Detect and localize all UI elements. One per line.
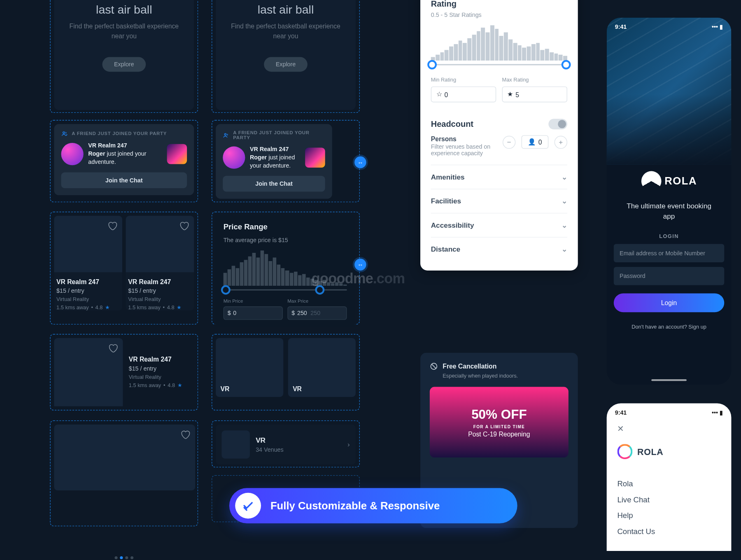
hero-card: last air ball Find the perfect basketbal… — [54, 0, 194, 110]
hero-card-frame: last air ball Find the perfect basketbal… — [212, 0, 360, 113]
accessibility-expander[interactable]: Accessibility⌄ — [431, 213, 567, 237]
email-field[interactable]: Email address or Mobile Number — [614, 244, 724, 262]
chevron-down-icon: ⌄ — [562, 245, 567, 253]
feature-pill: Fully Customizable & Responsive — [229, 488, 517, 523]
free-cancellation-row: Free Cancellation — [430, 362, 569, 371]
heart-icon[interactable] — [180, 429, 191, 440]
home-indicator — [651, 379, 687, 381]
place-footer: 1.5 kms away•4.8★ — [56, 305, 120, 310]
place-grid-frame: VR Realm 247 $15 / entry Virtual Reality… — [50, 212, 198, 324]
join-chat-button[interactable]: Join the Chat — [223, 176, 325, 192]
filter-panel: Rating 0.5 - 5 Star Ratings Min Rating ☆… — [420, 0, 578, 271]
place-title: VR Realm 247 — [129, 356, 194, 363]
slider-handle-min[interactable] — [427, 60, 437, 70]
place-category: Virtual Reality — [129, 374, 194, 380]
hero-card: last air ball Find the perfect basketbal… — [216, 0, 356, 110]
place-footer: 1.5 kms away•4.8★ — [128, 305, 191, 310]
notification-card: A FRIEND JUST JOINED YOUR PARTY VR Realm… — [54, 124, 194, 195]
star-icon: ☆ — [436, 91, 442, 98]
explore-button[interactable]: Explore — [264, 57, 308, 72]
distance-expander[interactable]: Distance⌄ — [431, 237, 567, 261]
hero-subtitle: Find the perfect basketball experience n… — [224, 21, 347, 40]
promo-sub2: Post C-19 Reopening — [468, 430, 530, 437]
min-price-input[interactable]: Min Price $0 — [224, 299, 283, 320]
chevron-down-icon: ⌄ — [562, 173, 567, 181]
place-wide-frame: VR Realm 247 $15 / entry Virtual Reality… — [50, 334, 198, 411]
notification-thumbnail — [305, 147, 325, 168]
persons-sub: Filter venues based on experience capaci… — [431, 143, 498, 156]
headcount-toggle[interactable] — [548, 119, 567, 129]
close-button[interactable]: ✕ — [607, 422, 732, 436]
notification-frame: A FRIEND JUST JOINED YOUR PARTY VR Realm… — [212, 120, 360, 202]
svg-point-1 — [224, 133, 226, 135]
notification-text: VR Realm 247 Roger just joined your adve… — [250, 145, 301, 170]
price-slider[interactable] — [224, 289, 347, 291]
list-thumbnail — [221, 430, 250, 459]
status-time: 9:41 — [615, 409, 627, 416]
menu-item[interactable]: Live Chat — [617, 492, 720, 508]
check-icon — [235, 493, 261, 519]
vr-tile[interactable]: VR — [216, 338, 283, 397]
max-price-input[interactable]: Max Price $250250 — [287, 299, 347, 320]
status-icons: ••• ▮ — [712, 409, 723, 416]
menu-item[interactable]: Rola — [617, 476, 720, 492]
amenities-expander[interactable]: Amenities⌄ — [431, 165, 567, 189]
watermark: gooodme.com — [312, 271, 405, 287]
status-icons: ••• ▮ — [712, 23, 723, 30]
password-field[interactable]: Password — [614, 267, 724, 285]
join-chat-button[interactable]: Join the Chat — [61, 172, 187, 188]
list-item[interactable]: VR 34 Venues › — [216, 425, 356, 464]
explore-button[interactable]: Explore — [103, 57, 146, 72]
chevron-right-icon: › — [347, 441, 350, 449]
max-rating-input[interactable]: Max Rating ★5 — [502, 74, 568, 103]
status-time: 9:41 — [615, 23, 627, 30]
facilities-expander[interactable]: Facilities⌄ — [431, 189, 567, 213]
place-meta-side: VR Realm 247 $15 / entry Virtual Reality… — [129, 338, 194, 406]
phone-mock-login: 9:41 ••• ▮ ROLA The ultimate event booki… — [607, 18, 732, 385]
slider-handle-min[interactable] — [221, 285, 231, 295]
resize-handle-icon[interactable]: ↔ — [354, 156, 366, 168]
slider-handle-max[interactable] — [562, 60, 571, 70]
resize-handle-icon[interactable]: ↔ — [354, 259, 366, 271]
min-rating-input[interactable]: Min Rating ☆0 — [431, 74, 496, 103]
menu-item[interactable]: Contact Us — [617, 523, 720, 539]
place-price: $15 / entry — [129, 365, 194, 372]
promo-banner[interactable]: 50% OFF FOR A LIMITED TIME Post C-19 Reo… — [430, 387, 569, 457]
rating-subtitle: 0.5 - 5 Star Ratings — [431, 12, 567, 19]
place-title: VR Realm 247 — [56, 278, 120, 285]
promo-sub1: FOR A LIMITED TIME — [473, 425, 525, 429]
notification-tag: A FRIEND JUST JOINED YOUR PARTY — [223, 130, 325, 141]
signup-link[interactable]: Don't have an account? Sign up — [607, 324, 732, 330]
carousel-frame: VR Realm 247 Virtual Reality 1.5 kms awa… — [50, 420, 198, 526]
promo-headline: 50% OFF — [471, 407, 527, 422]
carousel-dots — [54, 556, 194, 559]
avatar — [61, 143, 84, 165]
party-icon — [223, 132, 230, 139]
decrement-button[interactable]: − — [503, 135, 515, 148]
login-button[interactable]: Login — [614, 294, 724, 313]
brand-logo: ROLA — [607, 436, 732, 467]
place-price: $15 / entry — [56, 287, 120, 294]
rating-heading: Rating — [431, 0, 567, 8]
notification-frame: A FRIEND JUST JOINED YOUR PARTY VR Realm… — [50, 120, 198, 202]
place-footer: 1.5 kms away•4.8★ — [129, 382, 194, 388]
place-price: $15 / entry — [128, 287, 191, 294]
increment-button[interactable]: + — [555, 135, 567, 148]
price-range-frame: Price Range The average price is $15 Min… — [212, 212, 360, 324]
vr-tile[interactable]: VR — [288, 338, 356, 397]
heart-icon[interactable] — [179, 221, 189, 231]
menu-item[interactable]: Help — [617, 507, 720, 523]
chevron-down-icon: ⌄ — [562, 221, 567, 229]
place-card[interactable]: VR Realm 247 $15 / entry Virtual Reality… — [54, 216, 122, 310]
hero-subtitle: Find the perfect basketball experience n… — [62, 21, 186, 40]
carousel-image[interactable] — [54, 425, 195, 490]
hero-title: last air ball — [62, 3, 186, 16]
place-card[interactable]: VR Realm 247 $15 / entry Virtual Reality… — [126, 216, 194, 310]
heart-icon[interactable] — [107, 343, 118, 354]
list-subtitle: 34 Venues — [256, 446, 341, 453]
rating-slider[interactable] — [431, 64, 567, 65]
stepper-value: 👤0 — [521, 135, 548, 149]
heart-icon[interactable] — [107, 221, 118, 231]
quantity-stepper: − 👤0 + — [503, 135, 567, 149]
place-card[interactable] — [54, 338, 123, 406]
